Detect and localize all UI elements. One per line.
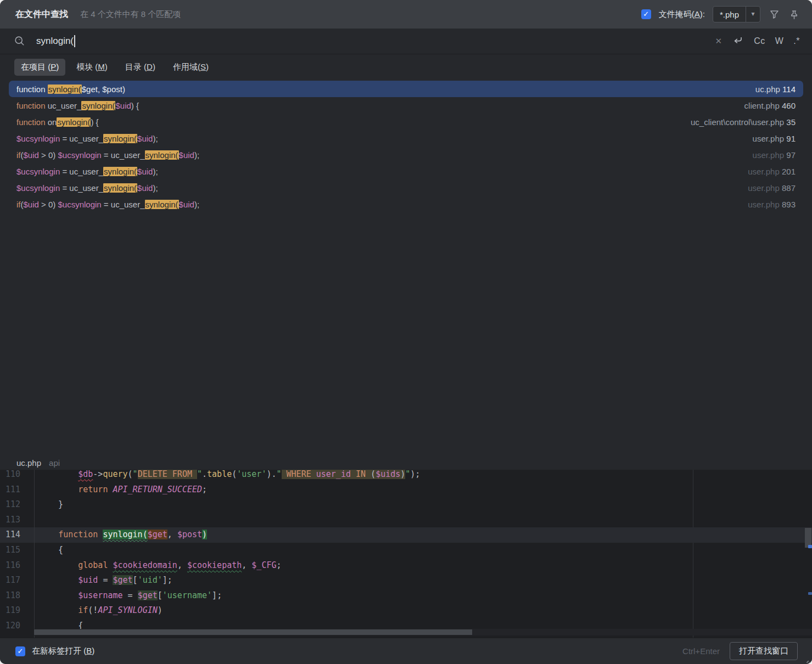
result-row[interactable]: function synlogin($get, $post)uc.php 114 (9, 81, 803, 97)
line-number: 115 (5, 543, 31, 558)
code-area: 110 $db->query("DELETE FROM ".table('use… (0, 470, 812, 634)
open-find-window-button[interactable]: 打开查找窗口 (730, 642, 798, 660)
result-snippet: $ucsynlogin = uc_user_synlogin($uid); (16, 183, 737, 193)
code-segment: $cookiepath (187, 560, 242, 570)
line-text: if(!API_SYNLOGIN) (38, 603, 812, 618)
code-segment: $uid (137, 183, 153, 193)
result-row[interactable]: function uc_user_synlogin($uid) {client.… (9, 97, 803, 114)
scope-tab-2[interactable]: 目录 (D) (119, 59, 162, 76)
code-segment: = (98, 575, 113, 585)
code-segment (38, 530, 58, 539)
code-segment (38, 470, 78, 479)
resize-grip[interactable] (804, 656, 810, 662)
code-preview-editor[interactable]: 110 $db->query("DELETE FROM ".table('use… (0, 470, 812, 638)
code-segment: $ucsynlogin (16, 134, 60, 143)
code-segment: uc_user_ (69, 183, 103, 193)
line-number: 110 (5, 470, 31, 482)
result-row[interactable]: if($uid > 0) $ucsynlogin = uc_user_synlo… (9, 196, 803, 212)
match-summary: 在 4 个文件中有 8 个匹配项 (80, 9, 181, 20)
code-segment: $uid (137, 134, 153, 143)
code-segment: ); (153, 183, 158, 193)
code-segment: ] (163, 575, 167, 585)
code-segment: ) (400, 470, 405, 479)
code-line[interactable]: 116 global $cookiedomain, $cookiepath, $… (0, 558, 812, 573)
scope-tab-3[interactable]: 作用域(S) (166, 59, 215, 76)
line-number: 116 (5, 558, 31, 573)
error-stripe-mark[interactable] (808, 545, 812, 548)
code-line[interactable]: 113 (0, 513, 812, 528)
code-segment: > (39, 200, 48, 209)
result-row[interactable]: $ucsynlogin = uc_user_synlogin($uid);use… (9, 163, 803, 179)
file-mask-select[interactable]: *.php ▾ (713, 6, 760, 22)
result-snippet: function uc_user_synlogin($uid) { (16, 101, 733, 110)
code-segment: . (202, 470, 207, 479)
code-line[interactable]: 115 { (0, 543, 812, 558)
code-segment (38, 485, 78, 494)
code-line[interactable]: 117 $uid = $get['uid']; (0, 573, 812, 588)
code-segment: ; (277, 560, 282, 570)
match-highlight: synlogin( (103, 167, 137, 176)
code-segment: API_RETURN_SUCCEED (113, 485, 202, 494)
code-line[interactable]: 112 } (0, 497, 812, 513)
code-segment (38, 560, 78, 570)
line-text: global $cookiedomain, $cookiepath, $_CFG… (38, 558, 812, 573)
result-file-ref: client.php 460 (744, 101, 796, 110)
line-number: 118 (5, 588, 31, 604)
code-segment: , (167, 530, 177, 539)
preview-file-name: uc.php (16, 458, 41, 468)
error-stripe-mark[interactable] (808, 592, 812, 595)
code-segment: > (39, 150, 48, 160)
code-segment: function (58, 530, 98, 539)
code-line[interactable]: 110 $db->query("DELETE FROM ".table('use… (0, 470, 812, 482)
code-segment (282, 470, 287, 479)
code-segment: uc_user_ (111, 200, 145, 209)
results-list: function synlogin($get, $post)uc.php 114… (0, 81, 812, 212)
code-line[interactable]: 118 $username = $get['username']; (0, 588, 812, 604)
scope-tab-0[interactable]: 在项目 (P) (14, 59, 65, 76)
code-segment: IN (356, 470, 366, 479)
line-text: $username = $get['username']; (38, 588, 812, 604)
result-row[interactable]: $ucsynlogin = uc_user_synlogin($uid);use… (9, 179, 803, 196)
search-icon[interactable] (13, 35, 26, 48)
code-segment: " (133, 470, 138, 479)
code-segment: ) (158, 605, 163, 615)
code-segment: uc_user_ (111, 150, 145, 160)
result-snippet: $ucsynlogin = uc_user_synlogin($uid); (16, 167, 737, 176)
code-segment (38, 605, 78, 615)
filter-icon[interactable] (768, 8, 780, 20)
pin-icon[interactable] (788, 8, 800, 20)
code-segment (192, 470, 197, 479)
chevron-down-icon[interactable]: ▾ (746, 6, 760, 22)
code-segment: ( (366, 470, 376, 479)
line-text: function synlogin($get, $post) (38, 527, 812, 543)
code-segment: uc_user_ (69, 134, 103, 143)
line-text: } (38, 497, 812, 513)
code-segment: if (78, 605, 88, 615)
clear-search-icon[interactable]: ✕ (715, 36, 723, 46)
scope-tab-1[interactable]: 模块 (M) (70, 59, 114, 76)
horizontal-scrollbar[interactable] (34, 629, 812, 635)
result-file-ref: uc_client\control\user.php 35 (691, 117, 796, 127)
horizontal-scrollbar-thumb[interactable] (34, 629, 472, 635)
code-line-current[interactable]: 114 function synlogin($get, $post) (0, 527, 812, 543)
result-row[interactable]: $ucsynlogin = uc_user_synlogin($uid);use… (9, 130, 803, 147)
regex-toggle[interactable]: .* (793, 36, 800, 46)
result-row[interactable]: function onsynlogin() {uc_client\control… (9, 114, 803, 130)
result-file-ref: user.php 893 (748, 200, 796, 209)
code-segment: $uid (115, 101, 131, 110)
code-segment: = (60, 167, 69, 176)
code-segment: " (405, 470, 410, 479)
open-in-new-tab-checkbox[interactable]: ✓ (15, 646, 25, 656)
file-mask-checkbox[interactable]: ✓ (641, 9, 651, 19)
whole-words-toggle[interactable]: W (775, 36, 784, 46)
search-input[interactable]: synlogin( (36, 35, 75, 47)
code-line[interactable]: 119 if(!API_SYNLOGIN) (0, 603, 812, 618)
code-segment: $uid (78, 575, 98, 585)
result-row[interactable]: if($uid > 0) $ucsynlogin = uc_user_synlo… (9, 147, 803, 163)
match-highlight: synlogin( (145, 200, 179, 209)
result-snippet: if($uid > 0) $ucsynlogin = uc_user_synlo… (16, 200, 737, 209)
insert-newline-icon[interactable] (732, 34, 744, 48)
match-case-toggle[interactable]: Cc (754, 36, 765, 46)
dialog-titlebar: 在文件中查找 在 4 个文件中有 8 个匹配项 ✓ 文件掩码(A): *.php… (0, 0, 812, 29)
code-line[interactable]: 111 return API_RETURN_SUCCEED; (0, 482, 812, 498)
